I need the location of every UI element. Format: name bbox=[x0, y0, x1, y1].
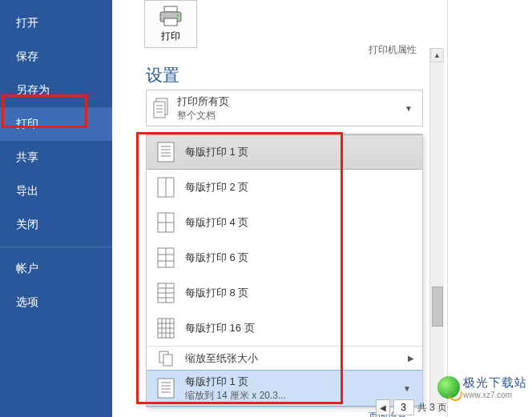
preview-area bbox=[447, 0, 532, 417]
print-button-label: 打印 bbox=[145, 30, 196, 43]
watermark-name: 极光下载站 bbox=[463, 375, 527, 391]
layout-1up-icon bbox=[155, 378, 177, 399]
layout-8up-icon bbox=[155, 283, 177, 303]
scale-icon bbox=[155, 351, 177, 367]
scale-to-paper-submenu[interactable]: 缩放至纸张大小 ▶ bbox=[147, 346, 422, 370]
source-watermark: 极光下载站 www.xz7.com bbox=[437, 375, 527, 399]
current-title: 每版打印 1 页 bbox=[185, 375, 400, 389]
layout-1up-icon bbox=[155, 142, 177, 162]
print-button-tile[interactable]: 打印 bbox=[144, 0, 197, 48]
print-range-title: 打印所有页 bbox=[177, 94, 405, 109]
pages-per-sheet-option-2[interactable]: 每版打印 2 页 bbox=[147, 170, 422, 205]
print-range-sub: 整个文档 bbox=[177, 109, 405, 122]
prev-page-button[interactable]: ◀ bbox=[376, 399, 390, 415]
pages-per-sheet-option-16[interactable]: 每版打印 16 页 bbox=[147, 311, 422, 346]
sidebar-item-save[interactable]: 保存 bbox=[0, 40, 112, 74]
svg-point-3 bbox=[177, 14, 179, 17]
page-number-input[interactable] bbox=[393, 399, 414, 415]
svg-rect-36 bbox=[163, 355, 172, 366]
chevron-right-icon: ▶ bbox=[408, 354, 414, 363]
chevron-down-icon: ▼ bbox=[400, 384, 414, 393]
sidebar-item-options[interactable]: 选项 bbox=[0, 286, 112, 319]
option-label: 每版打印 8 页 bbox=[185, 286, 248, 300]
sidebar-item-saveas[interactable]: 另存为 bbox=[0, 74, 112, 107]
print-settings-panel: 打印 打印机属性 设置 打印所有页 整个文档 ▼ 每版打印 1 页 bbox=[112, 0, 532, 417]
svg-rect-9 bbox=[158, 142, 174, 162]
sidebar-item-open[interactable]: 打开 bbox=[0, 6, 112, 40]
scroll-thumb[interactable] bbox=[432, 287, 443, 327]
sidebar-item-export[interactable]: 导出 bbox=[0, 174, 112, 208]
option-label: 每版打印 2 页 bbox=[185, 180, 248, 194]
watermark-url: www.xz7.com bbox=[463, 391, 527, 399]
watermark-logo-icon bbox=[437, 376, 460, 399]
option-label: 每版打印 16 页 bbox=[185, 321, 255, 335]
pages-per-sheet-option-6[interactable]: 每版打印 6 页 bbox=[147, 240, 422, 275]
scroll-up-icon[interactable]: ▲ bbox=[430, 48, 444, 62]
layout-6up-icon bbox=[155, 247, 177, 268]
sidebar-separator bbox=[0, 247, 112, 247]
option-label: 每版打印 6 页 bbox=[185, 251, 248, 265]
scale-label: 缩放至纸张大小 bbox=[185, 351, 258, 366]
sidebar-item-account[interactable]: 帐户 bbox=[0, 252, 112, 286]
current-sub: 缩放到 14 厘米 x 20.3... bbox=[185, 389, 400, 403]
page-navigator: ◀ 共 3 页 bbox=[376, 399, 447, 415]
layout-2up-icon bbox=[155, 177, 177, 198]
settings-scrollbar[interactable]: ▲ bbox=[429, 48, 444, 410]
pages-stack-icon bbox=[151, 98, 172, 118]
sidebar-item-close[interactable]: 关闭 bbox=[0, 208, 112, 242]
layout-16up-icon bbox=[155, 318, 177, 339]
page-total-label: 共 3 页 bbox=[417, 401, 447, 415]
settings-heading: 设置 bbox=[146, 64, 179, 86]
printer-properties-link[interactable]: 打印机属性 bbox=[369, 43, 417, 57]
svg-rect-0 bbox=[164, 6, 177, 12]
backstage-sidebar: 打开 保存 另存为 打印 共享 导出 关闭 帐户 选项 bbox=[0, 0, 112, 417]
svg-rect-37 bbox=[158, 379, 174, 398]
pages-per-sheet-option-8[interactable]: 每版打印 8 页 bbox=[147, 275, 422, 311]
layout-4up-icon bbox=[155, 212, 177, 233]
pages-per-sheet-option-1[interactable]: 每版打印 1 页 bbox=[147, 134, 422, 170]
sidebar-item-share[interactable]: 共享 bbox=[0, 141, 112, 174]
option-label: 每版打印 1 页 bbox=[185, 145, 248, 159]
pages-per-sheet-option-4[interactable]: 每版打印 4 页 bbox=[147, 205, 422, 240]
svg-rect-5 bbox=[154, 102, 165, 118]
printer-icon bbox=[145, 5, 196, 27]
pages-per-sheet-dropdown: 每版打印 1 页 每版打印 2 页 每版打印 4 页 每版打印 6 页 bbox=[146, 134, 423, 407]
svg-rect-2 bbox=[164, 18, 177, 26]
option-label: 每版打印 4 页 bbox=[185, 215, 248, 230]
chevron-down-icon: ▼ bbox=[405, 104, 417, 113]
print-range-combo[interactable]: 打印所有页 整个文档 ▼ bbox=[146, 90, 423, 126]
sidebar-item-print[interactable]: 打印 bbox=[0, 107, 112, 141]
